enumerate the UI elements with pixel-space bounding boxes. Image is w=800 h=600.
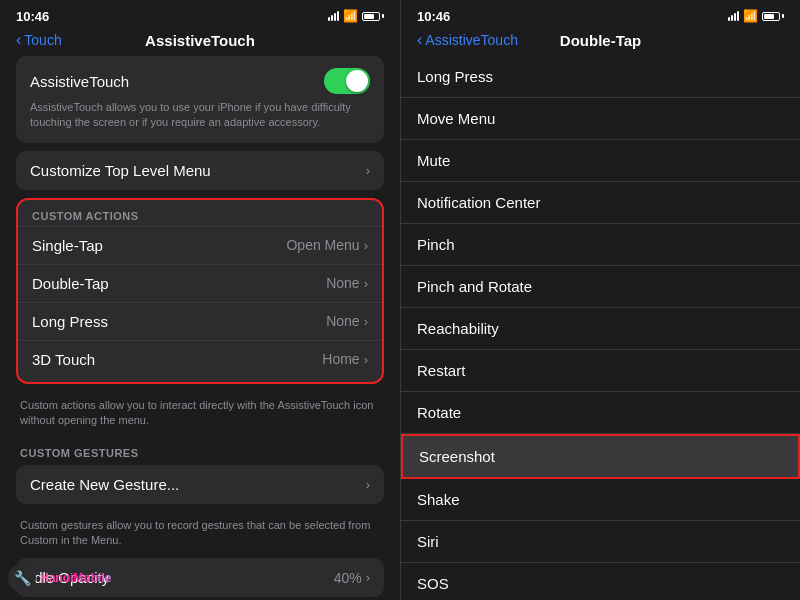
toggle-row: AssistiveTouch	[30, 68, 370, 94]
customize-menu-item[interactable]: Customize Top Level Menu ›	[16, 151, 384, 190]
list-item-pinch-and-rotate[interactable]: Pinch and Rotate	[401, 266, 800, 308]
double-tap-value-text: None	[326, 275, 359, 291]
list-item-notification-center[interactable]: Notification Center	[401, 182, 800, 224]
toggle-knob	[346, 70, 368, 92]
3d-touch-value: Home ›	[322, 351, 368, 367]
watermark-icon: 🔧	[8, 564, 36, 592]
right-status-icons: 📶	[728, 9, 784, 23]
list-item-shake[interactable]: Shake	[401, 479, 800, 521]
wifi-icon: 📶	[343, 9, 358, 23]
double-tap-chevron-icon: ›	[364, 276, 368, 291]
list-item-restart[interactable]: Restart	[401, 350, 800, 392]
long-press-item[interactable]: Long Press None ›	[18, 302, 382, 340]
list-item-sos[interactable]: SOS	[401, 563, 800, 600]
list-item-label: Pinch	[417, 236, 455, 253]
signal-icon	[328, 11, 339, 21]
customize-menu-right: ›	[366, 163, 370, 178]
customize-menu-label: Customize Top Level Menu	[30, 162, 211, 179]
list-item-move-menu[interactable]: Move Menu	[401, 98, 800, 140]
list-item-label: Shake	[417, 491, 460, 508]
watermark-text: HanoiMobile	[40, 571, 111, 585]
create-gesture-right: ›	[366, 477, 370, 492]
custom-gestures-header: CUSTOM GESTURES	[16, 439, 384, 465]
double-tap-value: None ›	[326, 275, 368, 291]
list-item-siri[interactable]: Siri	[401, 521, 800, 563]
double-tap-item[interactable]: Double-Tap None ›	[18, 264, 382, 302]
idle-opacity-chevron-icon: ›	[366, 570, 370, 585]
custom-gestures-footer: Custom gestures allow you to record gest…	[16, 512, 384, 559]
create-gesture-item[interactable]: Create New Gesture... ›	[16, 465, 384, 504]
left-back-button[interactable]: ‹ Touch	[16, 32, 62, 48]
customize-chevron-icon: ›	[366, 163, 370, 178]
right-panel: 10:46 📶 ‹ AssistiveTouch Double-Tap	[400, 0, 800, 600]
right-battery-icon	[762, 12, 784, 21]
long-press-value-text: None	[326, 313, 359, 329]
right-back-chevron-icon: ‹	[417, 32, 422, 48]
list-item-label: Pinch and Rotate	[417, 278, 532, 295]
list-item-label: SOS	[417, 575, 449, 592]
single-tap-value: Open Menu ›	[286, 237, 368, 253]
right-nav-title: Double-Tap	[560, 32, 641, 49]
create-gesture-chevron-icon: ›	[366, 477, 370, 492]
long-press-chevron-icon: ›	[364, 314, 368, 329]
3d-touch-item[interactable]: 3D Touch Home ›	[18, 340, 382, 378]
list-item-label: Mute	[417, 152, 450, 169]
3d-touch-value-text: Home	[322, 351, 359, 367]
right-signal-icon	[728, 11, 739, 21]
list-item-label: Notification Center	[417, 194, 540, 211]
single-tap-label: Single-Tap	[32, 237, 103, 254]
single-tap-item[interactable]: Single-Tap Open Menu ›	[18, 226, 382, 264]
custom-actions-footer: Custom actions allow you to interact dir…	[16, 392, 384, 439]
left-back-chevron-icon: ‹	[16, 32, 21, 48]
list-item-label: Reachability	[417, 320, 499, 337]
toggle-label: AssistiveTouch	[30, 73, 129, 90]
battery-icon	[362, 12, 384, 21]
idle-opacity-right: 40% ›	[334, 570, 370, 586]
left-nav-title: AssistiveTouch	[145, 32, 255, 49]
right-wifi-icon: 📶	[743, 9, 758, 23]
left-time: 10:46	[16, 9, 49, 24]
list-item-label: Long Press	[417, 68, 493, 85]
list-item-label: Restart	[417, 362, 465, 379]
list-item-screenshot[interactable]: Screenshot	[401, 434, 800, 479]
double-tap-label: Double-Tap	[32, 275, 109, 292]
list-item-mute[interactable]: Mute	[401, 140, 800, 182]
left-content: AssistiveTouch AssistiveTouch allows you…	[0, 56, 400, 600]
right-time: 10:46	[417, 9, 450, 24]
3d-touch-chevron-icon: ›	[364, 352, 368, 367]
left-status-icons: 📶	[328, 9, 384, 23]
single-tap-value-text: Open Menu	[286, 237, 359, 253]
left-nav-bar: ‹ Touch AssistiveTouch	[0, 28, 400, 56]
list-item-label: Siri	[417, 533, 439, 550]
list-item-long-press[interactable]: Long Press	[401, 56, 800, 98]
assistivetouch-toggle-section: AssistiveTouch AssistiveTouch allows you…	[16, 56, 384, 143]
left-status-bar: 10:46 📶	[0, 0, 400, 28]
watermark: 🔧 HanoiMobile	[8, 564, 111, 592]
assistivetouch-toggle[interactable]	[324, 68, 370, 94]
custom-actions-box: CUSTOM ACTIONS Single-Tap Open Menu › Do…	[16, 198, 384, 384]
long-press-label: Long Press	[32, 313, 108, 330]
list-item-label: Rotate	[417, 404, 461, 421]
list-item-rotate[interactable]: Rotate	[401, 392, 800, 434]
right-nav-bar: ‹ AssistiveTouch Double-Tap	[401, 28, 800, 56]
right-status-bar: 10:46 📶	[401, 0, 800, 28]
single-tap-chevron-icon: ›	[364, 238, 368, 253]
right-back-label: AssistiveTouch	[425, 32, 518, 48]
long-press-value: None ›	[326, 313, 368, 329]
list-item-reachability[interactable]: Reachability	[401, 308, 800, 350]
right-list: Long Press Move Menu Mute Notification C…	[401, 56, 800, 600]
left-panel: 10:46 📶 ‹ Touch AssistiveTouch	[0, 0, 400, 600]
list-item-label: Screenshot	[419, 448, 495, 465]
idle-opacity-value: 40%	[334, 570, 362, 586]
3d-touch-label: 3D Touch	[32, 351, 95, 368]
custom-actions-header: CUSTOM ACTIONS	[18, 204, 382, 226]
left-back-label: Touch	[24, 32, 61, 48]
create-gesture-label: Create New Gesture...	[30, 476, 179, 493]
toggle-description: AssistiveTouch allows you to use your iP…	[30, 100, 370, 131]
list-item-label: Move Menu	[417, 110, 495, 127]
list-item-pinch[interactable]: Pinch	[401, 224, 800, 266]
right-back-button[interactable]: ‹ AssistiveTouch	[417, 32, 518, 48]
